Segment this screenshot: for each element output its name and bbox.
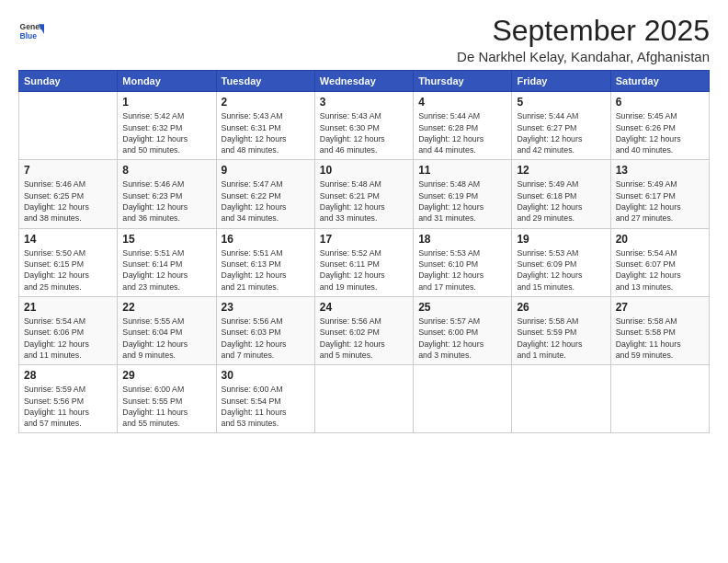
calendar-cell: 16Sunrise: 5:51 AM Sunset: 6:13 PM Dayli…: [216, 228, 314, 296]
day-info: Sunrise: 5:52 AM Sunset: 6:11 PM Dayligh…: [320, 247, 408, 293]
day-number: 27: [616, 301, 704, 314]
day-info: Sunrise: 5:50 AM Sunset: 6:15 PM Dayligh…: [24, 247, 112, 293]
day-info: Sunrise: 5:58 AM Sunset: 5:58 PM Dayligh…: [616, 316, 704, 361]
day-info: Sunrise: 5:57 AM Sunset: 6:00 PM Dayligh…: [418, 316, 506, 361]
day-info: Sunrise: 5:48 AM Sunset: 6:19 PM Dayligh…: [418, 178, 506, 224]
calendar-week-3: 14Sunrise: 5:50 AM Sunset: 6:15 PM Dayli…: [19, 228, 710, 296]
day-number: 15: [122, 233, 210, 246]
calendar-week-2: 7Sunrise: 5:46 AM Sunset: 6:25 PM Daylig…: [19, 160, 710, 228]
day-info: Sunrise: 5:54 AM Sunset: 6:06 PM Dayligh…: [24, 316, 112, 361]
calendar-cell: 28Sunrise: 5:59 AM Sunset: 5:56 PM Dayli…: [19, 365, 118, 433]
calendar-header-row: Sunday Monday Tuesday Wednesday Thursday…: [19, 71, 710, 92]
calendar-cell: 21Sunrise: 5:54 AM Sunset: 6:06 PM Dayli…: [19, 296, 118, 364]
calendar-cell: 27Sunrise: 5:58 AM Sunset: 5:58 PM Dayli…: [610, 296, 709, 364]
calendar-cell: 17Sunrise: 5:52 AM Sunset: 6:11 PM Dayli…: [314, 228, 413, 296]
day-number: 30: [222, 369, 310, 382]
calendar-cell: 8Sunrise: 5:46 AM Sunset: 6:23 PM Daylig…: [118, 160, 216, 228]
day-number: 20: [616, 233, 704, 246]
calendar-cell: [19, 92, 118, 160]
day-number: 18: [418, 233, 506, 246]
day-info: Sunrise: 5:49 AM Sunset: 6:18 PM Dayligh…: [517, 178, 605, 224]
day-info: Sunrise: 5:51 AM Sunset: 6:13 PM Dayligh…: [222, 247, 310, 293]
day-number: 21: [24, 301, 112, 314]
logo-icon: General Blue: [18, 18, 44, 44]
calendar-cell: 23Sunrise: 5:56 AM Sunset: 6:03 PM Dayli…: [216, 296, 314, 364]
calendar-cell: 12Sunrise: 5:49 AM Sunset: 6:18 PM Dayli…: [512, 160, 610, 228]
calendar-cell: 3Sunrise: 5:43 AM Sunset: 6:30 PM Daylig…: [314, 92, 413, 160]
day-info: Sunrise: 5:53 AM Sunset: 6:10 PM Dayligh…: [418, 247, 506, 293]
location-title: De Narkhel Kelay, Kandahar, Afghanistan: [457, 49, 710, 64]
calendar-cell: 2Sunrise: 5:43 AM Sunset: 6:31 PM Daylig…: [216, 92, 314, 160]
calendar-week-1: 1Sunrise: 5:42 AM Sunset: 6:32 PM Daylig…: [19, 92, 710, 160]
title-area: September 2025 De Narkhel Kelay, Kandaha…: [457, 15, 710, 64]
day-number: 13: [616, 164, 704, 177]
calendar-week-5: 28Sunrise: 5:59 AM Sunset: 5:56 PM Dayli…: [19, 365, 710, 433]
calendar-cell: 22Sunrise: 5:55 AM Sunset: 6:04 PM Dayli…: [118, 296, 216, 364]
day-number: 11: [418, 164, 506, 177]
calendar-cell: 6Sunrise: 5:45 AM Sunset: 6:26 PM Daylig…: [610, 92, 709, 160]
day-info: Sunrise: 5:49 AM Sunset: 6:17 PM Dayligh…: [616, 178, 704, 224]
day-number: 10: [320, 164, 408, 177]
calendar-cell: [414, 365, 512, 433]
header: General Blue September 2025 De Narkhel K…: [18, 15, 710, 64]
day-info: Sunrise: 5:51 AM Sunset: 6:14 PM Dayligh…: [122, 247, 210, 293]
day-number: 19: [517, 233, 605, 246]
day-number: 17: [320, 233, 408, 246]
calendar-cell: 15Sunrise: 5:51 AM Sunset: 6:14 PM Dayli…: [118, 228, 216, 296]
calendar-cell: 14Sunrise: 5:50 AM Sunset: 6:15 PM Dayli…: [19, 228, 118, 296]
day-info: Sunrise: 5:53 AM Sunset: 6:09 PM Dayligh…: [517, 247, 605, 293]
day-info: Sunrise: 5:45 AM Sunset: 6:26 PM Dayligh…: [616, 110, 704, 155]
day-info: Sunrise: 5:48 AM Sunset: 6:21 PM Dayligh…: [320, 178, 408, 224]
day-number: 1: [122, 96, 210, 109]
calendar-cell: 24Sunrise: 5:56 AM Sunset: 6:02 PM Dayli…: [314, 296, 413, 364]
day-number: 6: [616, 96, 704, 109]
day-number: 23: [222, 301, 310, 314]
day-info: Sunrise: 5:42 AM Sunset: 6:32 PM Dayligh…: [122, 110, 210, 155]
header-tuesday: Tuesday: [216, 71, 314, 92]
svg-text:Blue: Blue: [20, 31, 38, 40]
calendar-cell: 18Sunrise: 5:53 AM Sunset: 6:10 PM Dayli…: [414, 228, 512, 296]
day-number: 28: [24, 369, 112, 382]
calendar-cell: 25Sunrise: 5:57 AM Sunset: 6:00 PM Dayli…: [414, 296, 512, 364]
day-number: 26: [517, 301, 605, 314]
day-info: Sunrise: 5:43 AM Sunset: 6:31 PM Dayligh…: [222, 110, 310, 155]
day-number: 25: [418, 301, 506, 314]
day-number: 22: [122, 301, 210, 314]
header-wednesday: Wednesday: [314, 71, 413, 92]
calendar-cell: 10Sunrise: 5:48 AM Sunset: 6:21 PM Dayli…: [314, 160, 413, 228]
calendar-cell: 7Sunrise: 5:46 AM Sunset: 6:25 PM Daylig…: [19, 160, 118, 228]
calendar-cell: 5Sunrise: 5:44 AM Sunset: 6:27 PM Daylig…: [512, 92, 610, 160]
header-monday: Monday: [118, 71, 216, 92]
header-sunday: Sunday: [19, 71, 118, 92]
logo: General Blue: [18, 18, 44, 44]
day-info: Sunrise: 5:44 AM Sunset: 6:27 PM Dayligh…: [517, 110, 605, 155]
day-info: Sunrise: 5:47 AM Sunset: 6:22 PM Dayligh…: [222, 178, 310, 224]
day-number: 7: [24, 164, 112, 177]
day-info: Sunrise: 5:56 AM Sunset: 6:03 PM Dayligh…: [222, 316, 310, 361]
day-info: Sunrise: 5:56 AM Sunset: 6:02 PM Dayligh…: [320, 316, 408, 361]
calendar-cell: 19Sunrise: 5:53 AM Sunset: 6:09 PM Dayli…: [512, 228, 610, 296]
calendar-cell: 4Sunrise: 5:44 AM Sunset: 6:28 PM Daylig…: [414, 92, 512, 160]
day-info: Sunrise: 5:46 AM Sunset: 6:23 PM Dayligh…: [122, 178, 210, 224]
day-info: Sunrise: 5:43 AM Sunset: 6:30 PM Dayligh…: [320, 110, 408, 155]
month-title: September 2025: [457, 15, 710, 47]
day-number: 9: [222, 164, 310, 177]
day-info: Sunrise: 5:55 AM Sunset: 6:04 PM Dayligh…: [122, 316, 210, 361]
day-info: Sunrise: 6:00 AM Sunset: 5:55 PM Dayligh…: [122, 384, 210, 429]
calendar-cell: 13Sunrise: 5:49 AM Sunset: 6:17 PM Dayli…: [610, 160, 709, 228]
calendar-cell: 1Sunrise: 5:42 AM Sunset: 6:32 PM Daylig…: [118, 92, 216, 160]
day-number: 4: [418, 96, 506, 109]
day-info: Sunrise: 5:44 AM Sunset: 6:28 PM Dayligh…: [418, 110, 506, 155]
day-number: 2: [222, 96, 310, 109]
calendar-cell: 20Sunrise: 5:54 AM Sunset: 6:07 PM Dayli…: [610, 228, 709, 296]
calendar-cell: [512, 365, 610, 433]
day-number: 14: [24, 233, 112, 246]
day-info: Sunrise: 5:54 AM Sunset: 6:07 PM Dayligh…: [616, 247, 704, 293]
day-number: 12: [517, 164, 605, 177]
day-info: Sunrise: 6:00 AM Sunset: 5:54 PM Dayligh…: [222, 384, 310, 429]
day-number: 24: [320, 301, 408, 314]
calendar-cell: 26Sunrise: 5:58 AM Sunset: 5:59 PM Dayli…: [512, 296, 610, 364]
header-saturday: Saturday: [610, 71, 709, 92]
header-thursday: Thursday: [414, 71, 512, 92]
day-info: Sunrise: 5:46 AM Sunset: 6:25 PM Dayligh…: [24, 178, 112, 224]
